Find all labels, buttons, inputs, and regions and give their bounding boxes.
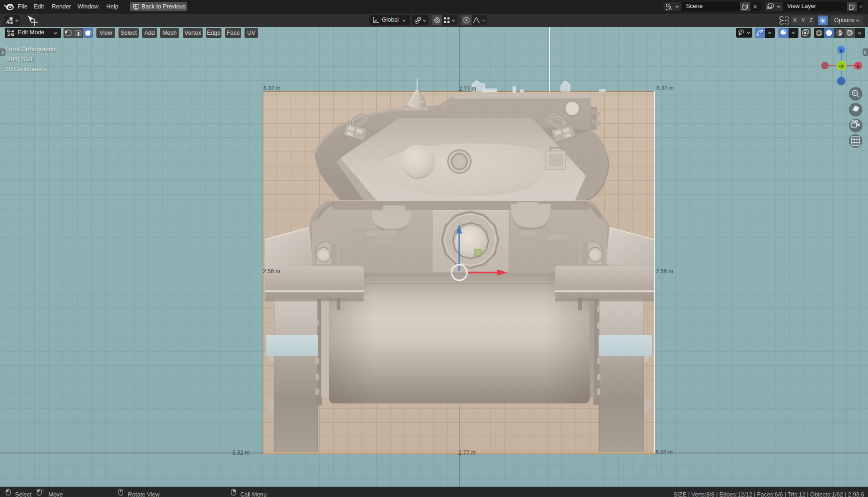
svg-text:2.56 m: 2.56 m [263, 268, 280, 275]
svg-text:2.77 m: 2.77 m [459, 86, 476, 92]
svg-text:2.77 m: 2.77 m [458, 450, 476, 456]
svg-text:6.32 m: 6.32 m [656, 85, 674, 92]
svg-text:6.32 m: 6.32 m [655, 449, 673, 456]
svg-text:2.56 m: 2.56 m [656, 268, 673, 275]
svg-text:Z: Z [840, 47, 843, 53]
svg-text:6.32 m: 6.32 m [232, 450, 250, 456]
svg-text:-Y: -Y [839, 63, 844, 69]
svg-text:6.32 m: 6.32 m [263, 85, 281, 92]
svg-text:X: X [857, 63, 860, 69]
